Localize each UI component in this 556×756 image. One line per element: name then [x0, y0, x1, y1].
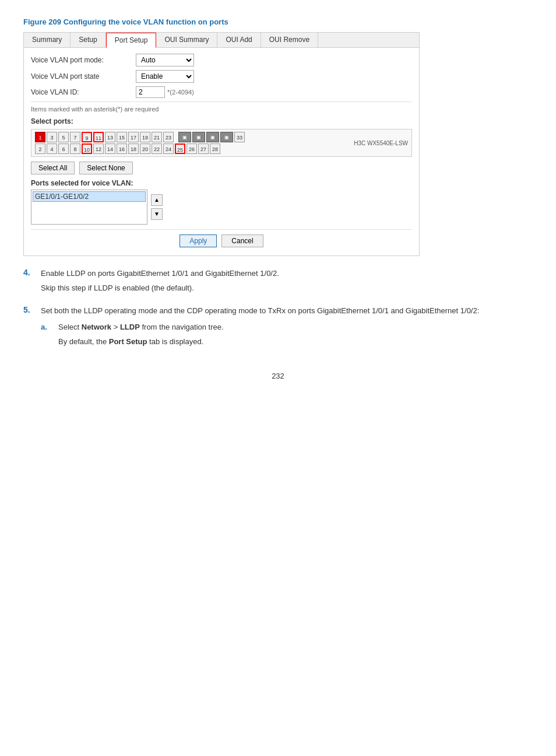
vlan-id-input[interactable]	[136, 86, 165, 98]
port-14[interactable]: 14	[105, 144, 115, 154]
tab-bar: Summary Setup Port Setup OUI Summary OUI…	[24, 33, 419, 48]
scroll-buttons: ▲ ▼	[151, 190, 163, 225]
port-28[interactable]: 28	[210, 144, 220, 154]
port-7[interactable]: 7	[70, 132, 80, 142]
port-8[interactable]: 8	[70, 144, 80, 154]
port-27[interactable]: 27	[198, 144, 209, 154]
port-sfp2[interactable]: ▣	[192, 132, 205, 142]
port-26[interactable]: 26	[186, 144, 197, 154]
port-25[interactable]: 25	[175, 144, 185, 154]
port-3[interactable]: 3	[47, 132, 57, 142]
port-9[interactable]: 9	[82, 132, 92, 142]
port-5[interactable]: 5	[58, 132, 69, 142]
vlan-id-hint: *(2-4094)	[167, 89, 194, 96]
tab-oui-add[interactable]: OUI Add	[217, 33, 261, 47]
port-21[interactable]: 21	[152, 132, 162, 142]
figure-title: Figure 209 Configuring the voice VLAN fu…	[23, 18, 533, 26]
scroll-up-button[interactable]: ▲	[151, 194, 163, 206]
step-4-content: Enable LLDP on ports GigabitEthernet 1/0…	[41, 268, 533, 297]
apply-button[interactable]: Apply	[180, 235, 217, 247]
select-ports-label: Select ports:	[31, 117, 412, 125]
cancel-button[interactable]: Cancel	[221, 235, 263, 247]
port-grid: 1 3 5 7 9 11 13 15 17 19 21 23 ▣ ▣ ▣ ▣	[35, 132, 245, 154]
port-18[interactable]: 18	[128, 144, 139, 154]
port-row-bottom: 2 4 6 8 10 12 14 16 18 20 22 24 25 26 27…	[35, 144, 245, 154]
port-sfp4[interactable]: ▣	[220, 132, 233, 142]
port-11[interactable]: 11	[93, 132, 104, 142]
port-state-select[interactable]: Enable Disable	[136, 70, 194, 83]
tab-oui-summary[interactable]: OUI Summary	[156, 33, 217, 47]
step-5: 5. Set both the LLDP operating mode and …	[23, 305, 533, 348]
port-33[interactable]: 33	[234, 132, 245, 142]
sub-step-a-label: a.	[41, 321, 52, 334]
tab-port-setup[interactable]: Port Setup	[106, 33, 157, 48]
port-19[interactable]: 19	[140, 132, 150, 142]
scroll-down-button[interactable]: ▼	[151, 208, 163, 220]
port-20[interactable]: 20	[140, 144, 150, 154]
tab-oui-remove[interactable]: OUI Remove	[261, 33, 318, 47]
step-4-note: Skip this step if LLDP is enabled (the d…	[41, 282, 533, 295]
page-number: 232	[23, 372, 533, 380]
port-23[interactable]: 23	[163, 132, 174, 142]
port-17[interactable]: 17	[128, 132, 139, 142]
tab-summary[interactable]: Summary	[24, 33, 71, 47]
list-item: GE1/0/1-GE1/0/2	[33, 191, 146, 202]
port-12[interactable]: 12	[93, 144, 104, 154]
device-label: H3C WX5540E-LSW	[349, 140, 408, 146]
required-note: Items marked with an asterisk(*) are req…	[31, 102, 412, 113]
vlan-ports-list[interactable]: GE1/0/1-GE1/0/2	[31, 190, 147, 225]
vlan-ports-label: Ports selected for voice VLAN:	[31, 179, 412, 187]
port-16[interactable]: 16	[117, 144, 127, 154]
port-6[interactable]: 6	[58, 144, 69, 154]
port-sfp1[interactable]: ▣	[178, 132, 191, 142]
sub-step-a-note: By default, the Port Setup tab is displa…	[58, 336, 533, 348]
port-panel: 1 3 5 7 9 11 13 15 17 19 21 23 ▣ ▣ ▣ ▣	[31, 129, 412, 157]
tab-setup[interactable]: Setup	[71, 33, 105, 47]
port-sfp3[interactable]: ▣	[206, 132, 219, 142]
config-panel: Summary Setup Port Setup OUI Summary OUI…	[23, 32, 420, 256]
port-13[interactable]: 13	[105, 132, 115, 142]
port-1[interactable]: 1	[35, 132, 45, 142]
port-4[interactable]: 4	[47, 144, 57, 154]
port-mode-label: Voice VLAN port mode:	[31, 56, 136, 64]
step-4: 4. Enable LLDP on ports GigabitEthernet …	[23, 268, 533, 297]
port-2[interactable]: 2	[35, 144, 45, 154]
port-state-label: Voice VLAN port state	[31, 72, 136, 80]
step-4-num: 4.	[23, 268, 34, 297]
step-5-num: 5.	[23, 305, 34, 348]
select-none-button[interactable]: Select None	[79, 162, 132, 174]
port-15[interactable]: 15	[117, 132, 127, 142]
port-mode-select[interactable]: Auto Manual	[136, 54, 194, 66]
port-24[interactable]: 24	[163, 144, 174, 154]
port-10[interactable]: 10	[82, 144, 92, 154]
port-row-top: 1 3 5 7 9 11 13 15 17 19 21 23 ▣ ▣ ▣ ▣	[35, 132, 245, 142]
step-5-content: Set both the LLDP operating mode and the…	[41, 305, 533, 348]
sub-step-a-content: Select Network > LLDP from the navigatio…	[58, 321, 224, 334]
port-22[interactable]: 22	[152, 144, 162, 154]
vlan-id-label: Voice VLAN ID:	[31, 88, 136, 96]
select-all-button[interactable]: Select All	[31, 162, 75, 174]
